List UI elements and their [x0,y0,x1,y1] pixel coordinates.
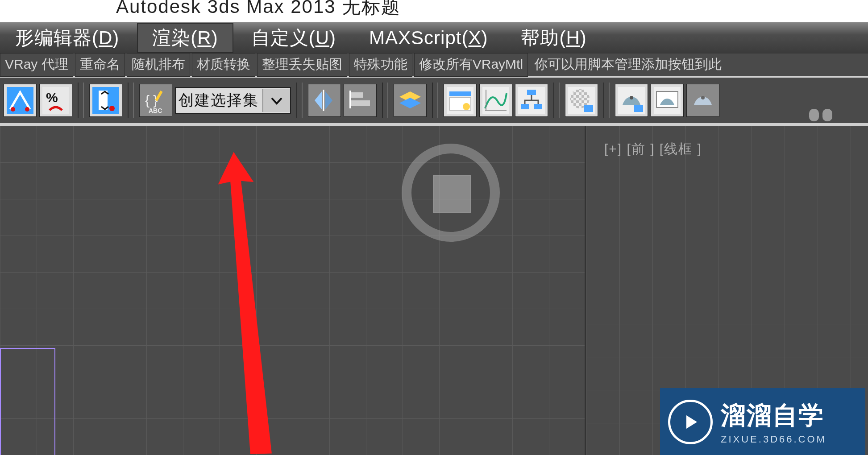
scene-explorer-icon[interactable] [444,84,477,117]
window-title: Autodesk 3ds Max 2013 无标题 [0,0,868,22]
viewport-label[interactable]: [+] [前 ] [线框 ] [604,140,702,158]
svg-point-28 [630,96,633,99]
svg-marker-34 [686,415,697,429]
script-toolbar: VRay 代理 重命名 随机排布 材质转换 整理丢失贴图 特殊功能 修改所有VR… [0,54,868,76]
render-setup-icon[interactable] [615,84,648,117]
viewcube[interactable] [402,144,500,242]
btn-random[interactable]: 随机排布 [127,53,190,77]
watermark-url: ZIXUE.3D66.COM [721,434,826,445]
viewport-area: [+] [前 ] [线框 ] 溜溜自学 ZIXUE.3D66.COM [0,123,868,455]
selection-set-dropdown[interactable]: 创建选择集 [175,87,291,114]
angle-snap-icon[interactable] [4,84,37,117]
toolbar-separator [296,83,303,118]
viewcube-face-icon[interactable] [433,175,471,213]
watermark: 溜溜自学 ZIXUE.3D66.COM [660,388,865,455]
main-toolbar-container: % { }ABC 创建选择集 [0,76,868,123]
curve-editor-icon[interactable] [479,84,512,117]
menu-customize[interactable]: 自定义(U) [236,23,351,53]
btn-vray-proxy[interactable]: VRay 代理 [0,53,73,77]
toolbar-separator [78,83,84,118]
svg-point-32 [701,96,705,99]
named-sel-sets-edit-icon[interactable]: { }ABC [139,84,172,117]
script-toolbar-hint: 你可以用脚本管理添加按钮到此 [530,54,726,76]
svg-rect-29 [634,105,643,112]
material-editor-icon[interactable] [565,84,598,117]
svg-point-2 [25,107,29,112]
toolbar-separator [603,83,610,118]
svg-rect-21 [534,104,542,109]
viewport-left[interactable] [0,126,586,455]
render-frame-icon[interactable] [651,84,684,117]
menu-render[interactable]: 渲染(R) [137,23,233,53]
menu-graph-editor[interactable]: 形编辑器(D) [0,23,134,53]
percent-snap-icon[interactable]: % [39,84,72,117]
svg-point-1 [11,107,15,112]
toolbar-separator [128,83,134,118]
svg-text:ABC: ABC [149,107,162,114]
btn-rename[interactable]: 重命名 [75,53,125,77]
svg-rect-20 [521,104,529,109]
mirror-icon[interactable] [308,84,341,117]
chevron-down-icon[interactable] [262,89,290,112]
svg-point-7 [109,106,115,111]
btn-fix-missing-maps[interactable]: 整理丢失贴图 [257,53,347,77]
align-icon[interactable] [344,84,377,117]
drag-handle-icon [809,109,832,121]
main-menu-bar: 形编辑器(D) 渲染(R) 自定义(U) MAXScript(X) 帮助(H) [0,22,868,54]
schematic-view-icon[interactable] [515,84,548,117]
svg-rect-14 [449,91,471,96]
app-title-text: Autodesk 3ds Max 2013 无标题 [116,0,401,17]
svg-rect-26 [584,105,593,112]
btn-special-functions[interactable]: 特殊功能 [349,53,412,77]
layer-manager-icon[interactable] [394,84,427,117]
toolbar-separator [382,83,388,118]
svg-rect-11 [350,92,363,98]
main-toolbar: % { }ABC 创建选择集 [4,79,868,121]
menu-help[interactable]: 帮助(H) [506,23,602,53]
spinner-snap-icon[interactable] [89,84,122,117]
btn-material-convert[interactable]: 材质转换 [192,53,255,77]
render-production-icon[interactable] [686,84,719,117]
toolbar-separator [432,83,438,118]
btn-modify-all-vraymtl[interactable]: 修改所有VRayMtl [414,53,528,77]
svg-rect-19 [527,90,536,95]
svg-point-16 [463,103,470,110]
toolbar-separator [553,83,560,118]
selection-set-value: 创建选择集 [176,90,262,111]
watermark-title: 溜溜自学 [721,399,826,433]
play-icon [668,400,713,444]
svg-text:%: % [46,90,58,105]
viewport-right[interactable]: [+] [前 ] [线框 ] 溜溜自学 ZIXUE.3D66.COM [586,126,868,455]
menu-maxscript[interactable]: MAXScript(X) [354,25,503,51]
svg-rect-12 [350,100,370,106]
selection-marquee [0,348,55,455]
